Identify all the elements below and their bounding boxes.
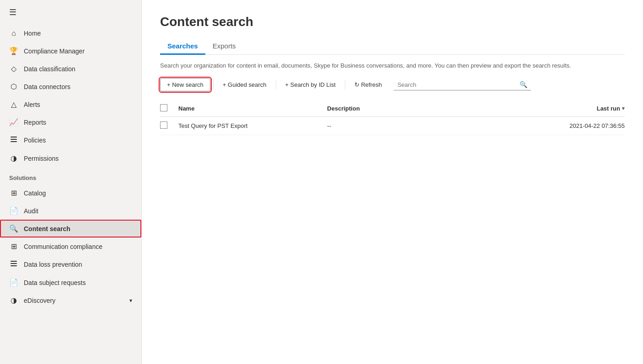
sidebar-item-policies[interactable]: Policies	[0, 131, 141, 149]
sidebar-item-label: Reports	[24, 119, 46, 126]
row-name: Test Query for PST Export	[178, 122, 327, 129]
toolbar-divider	[276, 80, 276, 90]
tabs: Searches Exports	[160, 38, 625, 55]
svg-rect-5	[11, 265, 17, 266]
reports-icon: 📈	[9, 118, 18, 127]
sidebar-item-compliance-manager[interactable]: 🏆 Compliance Manager	[0, 42, 141, 60]
svg-rect-3	[11, 261, 17, 262]
sidebar-item-label: Data connectors	[24, 83, 70, 90]
refresh-button[interactable]: ↻ Refresh	[348, 79, 388, 91]
toolbar-divider	[345, 80, 345, 90]
table: Name Description Last run ▾ Test Query f…	[160, 100, 625, 135]
row-checkbox[interactable]	[160, 121, 167, 129]
chevron-down-icon: ▾	[129, 297, 132, 304]
sidebar-item-label: Data loss prevention	[24, 261, 82, 268]
guided-search-button[interactable]: + Guided search	[216, 79, 273, 91]
toolbar-divider	[213, 80, 214, 90]
communication-compliance-icon: ⊞	[9, 242, 18, 251]
policies-icon	[9, 136, 18, 145]
sidebar-item-label: Compliance Manager	[24, 47, 85, 55]
alerts-icon: △	[9, 100, 18, 109]
sidebar-item-label: Data subject requests	[24, 279, 86, 286]
permissions-icon: ◑	[9, 154, 18, 163]
audit-icon: 📄	[9, 206, 18, 215]
sidebar-item-permissions[interactable]: ◑ Permissions	[0, 149, 141, 167]
page-description: Search your organization for content in …	[160, 62, 617, 69]
tab-searches[interactable]: Searches	[160, 38, 205, 55]
search-box: 🔍	[394, 79, 531, 90]
sidebar-item-label: Audit	[24, 207, 38, 215]
new-search-button[interactable]: + New search	[160, 78, 210, 91]
hamburger-icon[interactable]: ☰	[9, 7, 16, 17]
sidebar-item-label: Home	[24, 30, 41, 37]
col-header-name: Name	[178, 105, 327, 112]
compliance-manager-icon: 🏆	[9, 47, 18, 55]
sidebar-item-label: Alerts	[24, 101, 40, 108]
sidebar-item-audit[interactable]: 📄 Audit	[0, 202, 141, 220]
table-row[interactable]: Test Query for PST Export -- 2021-04-22 …	[160, 117, 625, 135]
select-all-checkbox-container	[160, 104, 178, 113]
svg-rect-4	[11, 263, 17, 264]
sidebar-item-label: Communication compliance	[24, 243, 102, 250]
toolbar: + New search + Guided search + Search by…	[160, 78, 625, 91]
ediscovery-icon: ◑	[9, 296, 18, 305]
svg-rect-1	[11, 139, 17, 140]
svg-rect-0	[11, 137, 17, 137]
sidebar-item-data-loss-prevention[interactable]: Data loss prevention	[0, 255, 141, 274]
sidebar-item-label: Policies	[24, 137, 46, 144]
sort-icon: ▾	[622, 106, 625, 111]
sidebar-item-label: Data classification	[24, 65, 75, 73]
sidebar-item-label: eDiscovery	[24, 297, 55, 304]
sidebar-item-reports[interactable]: 📈 Reports	[0, 113, 141, 131]
content-search-icon: 🔍	[9, 224, 18, 233]
search-icon: 🔍	[520, 81, 527, 88]
data-loss-prevention-icon	[9, 260, 18, 269]
sidebar-item-content-search[interactable]: 🔍 Content search	[0, 220, 141, 237]
row-description: --	[327, 122, 513, 129]
sidebar: ☰ ⌂ Home 🏆 Compliance Manager ◇ Data cla…	[0, 0, 142, 364]
sidebar-nav: ⌂ Home 🏆 Compliance Manager ◇ Data class…	[0, 25, 141, 364]
select-all-checkbox[interactable]	[160, 104, 167, 111]
data-connectors-icon: ⬡	[9, 82, 18, 91]
tab-exports[interactable]: Exports	[205, 38, 243, 55]
sidebar-item-alerts[interactable]: △ Alerts	[0, 95, 141, 113]
sidebar-header: ☰	[0, 0, 141, 25]
svg-rect-2	[11, 141, 17, 142]
sidebar-item-home[interactable]: ⌂ Home	[0, 25, 141, 42]
sidebar-item-data-connectors[interactable]: ⬡ Data connectors	[0, 78, 141, 95]
sidebar-item-data-classification[interactable]: ◇ Data classification	[0, 60, 141, 78]
row-lastrun: 2021-04-22 07:36:55	[513, 122, 625, 129]
data-classification-icon: ◇	[9, 64, 18, 73]
sidebar-item-label: Content search	[24, 225, 70, 232]
col-header-lastrun[interactable]: Last run ▾	[513, 105, 625, 112]
table-header: Name Description Last run ▾	[160, 100, 625, 117]
sidebar-item-data-subject-requests[interactable]: 📄 Data subject requests	[0, 274, 141, 291]
search-input[interactable]	[397, 81, 517, 88]
main-content: Content search Searches Exports Search y…	[142, 0, 643, 364]
search-by-id-list-button[interactable]: + Search by ID List	[279, 79, 342, 91]
home-icon: ⌂	[9, 29, 18, 37]
sidebar-item-communication-compliance[interactable]: ⊞ Communication compliance	[0, 237, 141, 255]
data-subject-requests-icon: 📄	[9, 278, 18, 287]
page-title: Content search	[160, 15, 625, 29]
catalog-icon: ⊞	[9, 189, 18, 197]
sidebar-item-label: Catalog	[24, 190, 46, 197]
sidebar-item-catalog[interactable]: ⊞ Catalog	[0, 184, 141, 202]
sidebar-item-label: Permissions	[24, 155, 59, 162]
col-header-desc: Description	[327, 105, 513, 112]
main-content-area: Content search Searches Exports Search y…	[142, 0, 643, 364]
row-checkbox-container	[160, 121, 178, 130]
sidebar-item-ediscovery[interactable]: ◑ eDiscovery ▾	[0, 291, 141, 309]
solutions-section-label: Solutions	[0, 167, 141, 184]
